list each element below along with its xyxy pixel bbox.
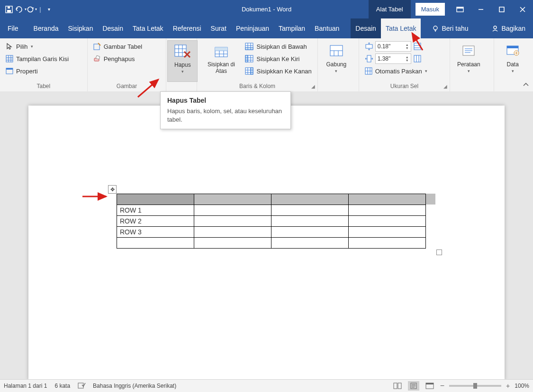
tab-table-desain[interactable]: Desain: [351, 18, 381, 38]
pilih-button[interactable]: Pilih▾: [6, 41, 69, 52]
group-hapus: Hapus▾: [166, 38, 197, 91]
svg-point-13: [494, 26, 497, 29]
tab-surat[interactable]: Surat: [206, 18, 231, 38]
page: ✥ ROW 1 ROW 2 ROW 3: [28, 106, 505, 380]
gambar-tabel-button[interactable]: Gambar Tabel: [93, 41, 142, 52]
sisipkan-di-bawah-button[interactable]: Sisipkan di Bawah: [245, 41, 311, 52]
perataan-button[interactable]: Perataan▾: [454, 40, 483, 82]
status-language[interactable]: Bahasa Inggris (Amerika Serikat): [93, 383, 176, 389]
properti-button[interactable]: Properti: [6, 66, 69, 76]
table-row[interactable]: ROW 1: [117, 205, 426, 216]
tooltip-body: Hapus baris, kolom, sel, atau keseluruha…: [167, 107, 284, 124]
svg-rect-20: [6, 68, 13, 70]
table-row[interactable]: [117, 238, 426, 249]
insert-right-icon: [245, 67, 253, 75]
svg-rect-82: [398, 383, 401, 389]
ribbon: Pilih▾ Tampilan Garis Kisi Properti Tabe…: [0, 38, 533, 92]
tooltip-hapus-tabel: Hapus Tabel Hapus baris, kolom, sel, ata…: [160, 91, 291, 129]
tab-sisipkan[interactable]: Sisipkan: [63, 18, 98, 38]
tab-bantuan[interactable]: Bantuan: [310, 18, 344, 38]
minimize-button[interactable]: [470, 0, 491, 18]
zoom-in-button[interactable]: +: [506, 382, 510, 390]
svg-rect-1: [7, 10, 11, 12]
svg-rect-21: [94, 44, 99, 50]
titlebar: ▾ ▾ | ▾ Dokumen1 - Word Alat Tabel Masuk: [0, 0, 533, 18]
tell-me[interactable]: Beri tahu: [427, 18, 473, 38]
tab-tata-letak[interactable]: Tata Letak: [128, 18, 168, 38]
group-ukuran-sel: 0.18"▲▼ 1.38"▲▼ Otomatis Paskan▾ Ukuran …: [359, 38, 451, 91]
undo-icon[interactable]: ▾: [15, 4, 26, 15]
dialog-launcher-ukuran[interactable]: ◢: [442, 83, 449, 89]
svg-rect-2: [8, 7, 10, 9]
zoom-slider[interactable]: [449, 385, 501, 387]
table-row[interactable]: ROW 2: [117, 216, 426, 227]
tampilan-garis-kisi-button[interactable]: Tampilan Garis Kisi: [6, 53, 69, 64]
dialog-launcher-baris-kolom[interactable]: ◢: [310, 83, 316, 89]
table-row[interactable]: ROW 3: [117, 227, 426, 238]
cursor-icon: [6, 43, 13, 50]
zoom-out-button[interactable]: −: [440, 382, 444, 390]
row-end-marker: [426, 194, 435, 205]
tab-file[interactable]: File: [3, 18, 23, 38]
svg-rect-14: [6, 55, 13, 62]
hapus-button[interactable]: Hapus▾: [167, 40, 198, 82]
svg-rect-43: [245, 55, 248, 62]
sisipkan-ke-kiri-button[interactable]: Sisipkan Ke Kiri: [245, 53, 311, 64]
group-baris-kolom: Sisipkan di Atas Sisipkan di Bawah Sisip…: [197, 38, 318, 91]
svg-rect-88: [426, 383, 434, 384]
proofing-icon[interactable]: [78, 382, 85, 390]
ribbon-display-options-icon[interactable]: [450, 0, 470, 18]
table-resize-handle[interactable]: [436, 249, 442, 255]
maximize-button[interactable]: [491, 0, 512, 18]
svg-rect-58: [366, 45, 372, 48]
svg-rect-38: [245, 47, 253, 50]
group-label-tabel: Tabel: [4, 82, 83, 91]
tab-tampilan[interactable]: Tampilan: [274, 18, 310, 38]
view-read-mode[interactable]: [392, 381, 403, 391]
col-width-input[interactable]: 1.38"▲▼: [375, 53, 411, 64]
save-icon[interactable]: [4, 4, 14, 15]
gabung-button[interactable]: Gabung▾: [322, 40, 351, 82]
col-width-icon: [365, 54, 373, 63]
properties-icon: [6, 67, 13, 75]
sisipkan-ke-kanan-button[interactable]: Sisipkkan Ke Kanan: [245, 66, 311, 76]
status-word-count[interactable]: 6 kata: [54, 383, 70, 389]
signin-button[interactable]: Masuk: [416, 3, 445, 16]
status-page[interactable]: Halaman 1 dari 1: [4, 383, 47, 389]
view-web-layout[interactable]: [424, 381, 435, 391]
eraser-icon: [93, 55, 101, 62]
group-label-baris-kolom: Baris & Kolom: [201, 82, 314, 91]
user-table-wrapper: ✥ ROW 1 ROW 2 ROW 3: [117, 194, 435, 249]
close-button[interactable]: [512, 0, 533, 18]
tab-referensi[interactable]: Referensi: [168, 18, 206, 38]
qat-separator: |: [38, 6, 43, 13]
merge-icon: [329, 41, 344, 60]
tab-beranda[interactable]: Beranda: [29, 18, 63, 38]
table-row-header[interactable]: [117, 194, 426, 205]
user-table[interactable]: ROW 1 ROW 2 ROW 3: [117, 194, 426, 249]
insert-below-icon: [245, 43, 253, 50]
document-area: ✥ ROW 1 ROW 2 ROW 3: [0, 91, 533, 380]
collapse-ribbon-icon[interactable]: [523, 81, 529, 89]
sisipkan-di-atas-button[interactable]: Sisipkan di Atas: [201, 40, 241, 82]
tab-peninjauan[interactable]: Peninjauan: [231, 18, 274, 38]
group-label-gabung-spacer: [322, 82, 355, 91]
grid-icon: [6, 55, 13, 62]
view-print-layout[interactable]: [408, 381, 419, 391]
tab-desain[interactable]: Desain: [98, 18, 128, 38]
redo-icon[interactable]: ▾: [27, 4, 37, 15]
row-height-input[interactable]: 0.18"▲▼: [375, 41, 411, 52]
distribute-cols-icon[interactable]: [413, 54, 422, 63]
contextual-tab-label: Alat Tabel: [369, 0, 411, 18]
qat-customize-icon[interactable]: ▾: [44, 4, 54, 15]
insert-left-icon: [245, 55, 253, 62]
svg-rect-24: [175, 45, 186, 56]
penghapus-button[interactable]: Penghapus: [93, 53, 142, 64]
zoom-level[interactable]: 100%: [515, 383, 529, 389]
autofit-button[interactable]: Otomatis Paskan▾: [365, 66, 427, 76]
svg-line-77: [138, 80, 158, 97]
data-button[interactable]: Data▾: [498, 40, 527, 82]
group-tabel: Pilih▾ Tampilan Garis Kisi Properti Tabe…: [0, 38, 88, 91]
share-button[interactable]: Bagikan: [487, 18, 530, 38]
svg-rect-5: [457, 7, 463, 9]
